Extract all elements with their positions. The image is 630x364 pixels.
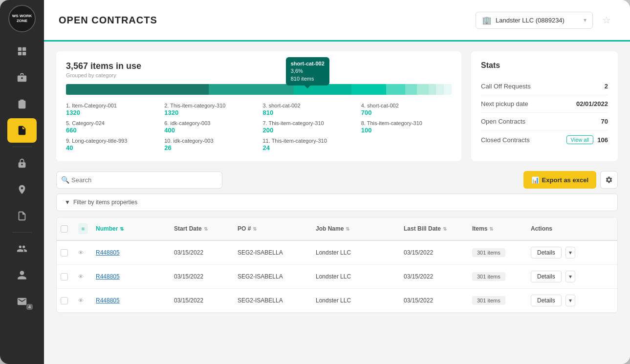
header-checkbox[interactable]: [61, 225, 68, 233]
items-badge-2: 301 items: [472, 272, 505, 281]
td-job-3: Londster LLC: [312, 291, 400, 310]
th-check[interactable]: [57, 217, 74, 240]
td-number-2[interactable]: R448805: [92, 267, 170, 286]
td-number-3[interactable]: R448805: [92, 291, 170, 310]
favorite-button[interactable]: ☆: [598, 11, 615, 29]
chart-tooltip: short-cat-002 3,6% 810 items: [286, 57, 329, 86]
bar-chart[interactable]: [66, 84, 452, 95]
stats-card: Stats Call Off Requests 2 Next pickup da…: [471, 51, 618, 161]
table-row: 👁 R448805 03/15/2022 SEG2-ISABELLA Londs…: [57, 241, 617, 265]
th-start-date[interactable]: Start Date ⇅: [170, 217, 234, 240]
th-po-label: PO #: [238, 225, 251, 232]
row-checkbox-2[interactable]: [61, 273, 68, 280]
sidebar: WS WORK ZONE: [0, 0, 44, 364]
td-po-3: SEG2-ISABELLA: [234, 291, 312, 310]
expand-button-1[interactable]: ▾: [565, 247, 575, 258]
stat-value-open: 70: [601, 118, 608, 125]
company-icon: 🏢: [482, 16, 492, 25]
sort-icon-bill: ⇅: [443, 226, 447, 232]
stat-value-calloff: 2: [605, 83, 608, 90]
td-start-2: 03/15/2022: [170, 267, 234, 286]
filter-icon: ▼: [65, 199, 70, 206]
sidebar-item-briefcase[interactable]: [7, 65, 37, 90]
legend-name-4: 4. short-cat-002: [361, 103, 452, 108]
td-number-1[interactable]: R448805: [92, 243, 170, 262]
bar-segment-7: [417, 84, 429, 95]
page-title: OPEN CONTRACTS: [59, 15, 476, 26]
sidebar-item-lock[interactable]: [7, 151, 37, 175]
contract-link-3[interactable]: R448805: [96, 297, 120, 304]
td-actions-1: Details ▾: [527, 241, 576, 264]
table-row: 👁 R448805 03/15/2022 SEG2-ISABELLA Londs…: [57, 265, 617, 289]
th-number-label: Number: [96, 225, 118, 232]
td-check-2[interactable]: [57, 267, 74, 286]
td-icon-1: 👁: [74, 244, 92, 261]
table-header: ≡ Number ⇅ Start Date ⇅ PO # ⇅: [57, 217, 617, 241]
legend-item-3: 3. short-cat-002 810: [263, 103, 353, 116]
sidebar-item-document[interactable]: [7, 118, 37, 143]
td-start-1: 03/15/2022: [170, 243, 234, 262]
filter-bar[interactable]: ▼ Filter by items properties: [56, 193, 618, 211]
bar-segment-8: [429, 84, 436, 95]
eye-icon-2: 👁: [78, 274, 84, 279]
stat-row-open: Open Contracts 70: [481, 113, 608, 130]
eye-icon-3: 👁: [78, 298, 84, 303]
td-check-3[interactable]: [57, 291, 74, 310]
sidebar-item-person-group[interactable]: [7, 236, 37, 261]
eye-icon-1: 👁: [78, 250, 84, 256]
excel-icon: 📊: [531, 176, 539, 184]
table-controls: 🔍 📊 Export as excel: [56, 171, 618, 189]
data-table: ≡ Number ⇅ Start Date ⇅ PO # ⇅: [56, 217, 618, 313]
search-input[interactable]: [56, 171, 222, 189]
th-actions-label: Actions: [531, 225, 552, 232]
items-badge-1: 301 items: [472, 248, 505, 257]
company-selector[interactable]: 🏢 Landster LLC (0889234) ▾: [476, 12, 593, 29]
chart-title: 3,567 items in use: [66, 61, 452, 71]
legend-item-2: 2. This-item-category-310 1320: [164, 103, 255, 116]
sidebar-item-clipboard[interactable]: [7, 92, 37, 116]
details-button-2[interactable]: Details: [531, 271, 562, 282]
details-button-3[interactable]: Details: [531, 295, 562, 306]
export-button[interactable]: 📊 Export as excel: [523, 171, 596, 189]
legend-name-10: 10. idk-category-003: [164, 138, 255, 144]
th-last-bill[interactable]: Last Bill Date ⇅: [400, 217, 468, 240]
td-check-1[interactable]: [57, 243, 74, 262]
legend-item-9: 9. Long-category-title-993 40: [66, 138, 156, 151]
th-number[interactable]: Number ⇅: [92, 217, 170, 240]
bar-segment-2: [209, 84, 294, 95]
td-po-2: SEG2-ISABELLA: [234, 267, 312, 286]
sidebar-item-dashboard[interactable]: [7, 39, 37, 64]
stats-title: Stats: [481, 61, 608, 70]
th-job-name[interactable]: Job Name ⇅: [312, 217, 400, 240]
sort-icon: ⇅: [204, 226, 208, 232]
td-bill-3: 03/15/2022: [400, 291, 468, 310]
bar-segment-4: [351, 84, 386, 95]
sidebar-item-file[interactable]: [7, 204, 37, 228]
contract-link-1[interactable]: R448805: [96, 249, 120, 256]
row-checkbox-1[interactable]: [61, 249, 68, 257]
td-items-2: 301 items: [468, 266, 527, 287]
th-po[interactable]: PO # ⇅: [234, 217, 312, 240]
th-items-label: Items: [472, 225, 487, 232]
tooltip-percent: 3,6%: [291, 67, 325, 75]
legend-name-6: 6. idk-category-003: [164, 120, 255, 126]
items-badge-3: 301 items: [472, 296, 505, 305]
sidebar-item-location[interactable]: [7, 177, 37, 202]
row-checkbox-3[interactable]: [61, 297, 68, 304]
th-actions: Actions: [527, 217, 576, 240]
settings-button[interactable]: [600, 171, 618, 189]
expand-button-2[interactable]: ▾: [565, 271, 575, 282]
expand-button-3[interactable]: ▾: [565, 295, 575, 306]
legend-name-9: 9. Long-category-title-993: [66, 138, 156, 144]
sidebar-item-person[interactable]: [7, 263, 37, 287]
details-button-1[interactable]: Details: [531, 247, 562, 258]
main-content: OPEN CONTRACTS 🏢 Landster LLC (0889234) …: [44, 0, 630, 364]
legend-value-4: 700: [361, 109, 452, 116]
th-job-name-label: Job Name: [316, 225, 344, 232]
sidebar-notifications[interactable]: 4: [7, 289, 37, 314]
view-all-button[interactable]: View all: [566, 135, 594, 144]
td-icon-3: 👁: [74, 292, 92, 309]
th-items[interactable]: Items ⇅: [468, 217, 527, 240]
contract-link-2[interactable]: R448805: [96, 273, 120, 280]
legend-value-3: 810: [263, 109, 353, 116]
